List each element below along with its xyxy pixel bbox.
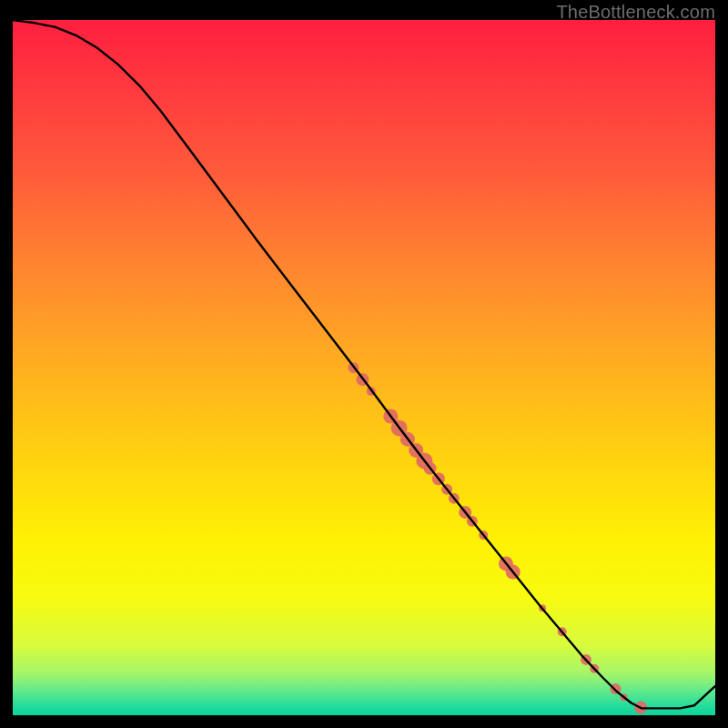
- plot-area: [13, 20, 715, 715]
- chart-svg: [13, 20, 715, 715]
- gradient-background: [13, 20, 715, 715]
- chart-frame: TheBottleneck.com: [0, 0, 728, 728]
